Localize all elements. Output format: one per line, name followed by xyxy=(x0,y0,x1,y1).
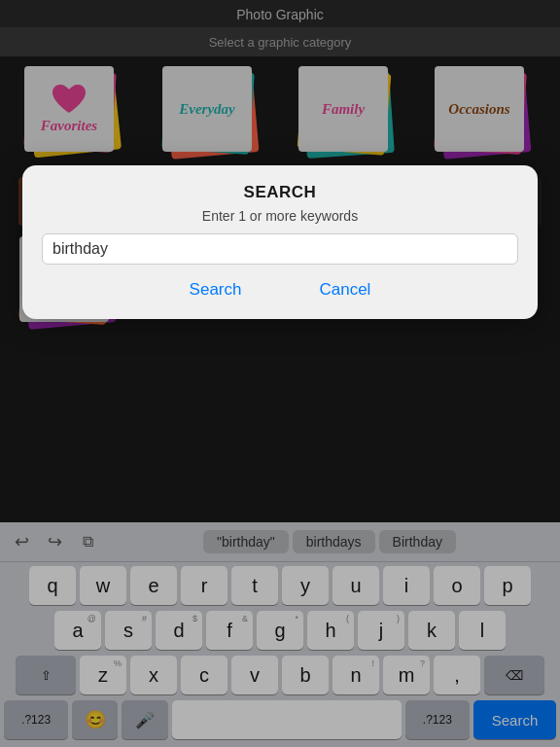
search-dialog: SEARCH Enter 1 or more keywords Search C… xyxy=(22,165,538,319)
dialog-buttons: Search Cancel xyxy=(42,276,518,303)
dialog-subtitle: Enter 1 or more keywords xyxy=(42,208,518,224)
dialog-search-button[interactable]: Search xyxy=(180,276,252,303)
search-keyword-input[interactable] xyxy=(42,233,518,265)
dialog-title: SEARCH xyxy=(42,183,518,202)
dialog-cancel-button[interactable]: Cancel xyxy=(309,276,380,303)
search-dialog-overlay: SEARCH Enter 1 or more keywords Search C… xyxy=(0,0,560,747)
